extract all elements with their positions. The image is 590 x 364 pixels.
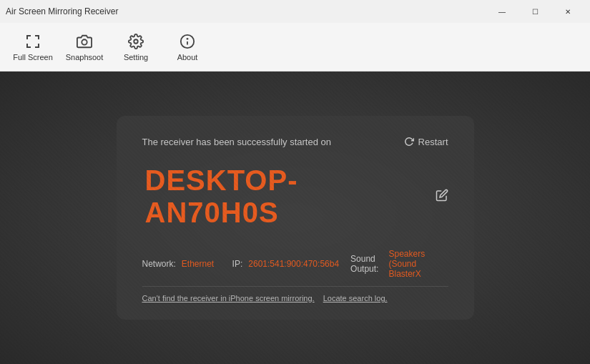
snapshot-label: Snaphsoot <box>66 53 104 62</box>
main-content: The receiver has been successfully start… <box>0 72 590 364</box>
camera-icon <box>76 33 93 50</box>
sound-label: Sound Output: <box>350 254 383 274</box>
window-title: Air Screen Mirroring Receiver <box>6 6 118 16</box>
gear-icon <box>127 33 144 50</box>
edit-icon[interactable] <box>436 189 448 205</box>
cant-find-link[interactable]: Can't find the receiver in iPhone screen… <box>142 294 315 302</box>
toolbar-item-fullscreen[interactable]: Full Screen <box>7 26 59 69</box>
network-value: Ethernet <box>182 259 214 269</box>
svg-point-0 <box>82 39 87 44</box>
maximize-button[interactable]: ☐ <box>518 0 551 23</box>
window-controls: — ☐ ✕ <box>486 0 584 23</box>
info-icon <box>179 33 196 50</box>
network-info-row: Network: Ethernet IP: 2601:541:900:470:5… <box>142 249 448 279</box>
minimize-button[interactable]: — <box>486 0 518 23</box>
toolbar-item-about[interactable]: About <box>162 26 213 69</box>
title-bar: Air Screen Mirroring Receiver — ☐ ✕ <box>0 0 590 23</box>
restart-icon <box>403 136 415 147</box>
status-text: The receiver has been successfully start… <box>142 137 331 147</box>
fullscreen-icon <box>24 33 41 50</box>
toolbar-item-snapshot[interactable]: Snaphsoot <box>59 26 110 69</box>
svg-point-1 <box>134 39 138 44</box>
card-header: The receiver has been successfully start… <box>142 136 448 147</box>
ip-value: 2601:541:900:470:56b4 <box>248 259 339 269</box>
fullscreen-label: Full Screen <box>13 53 53 62</box>
device-name-row: DESKTOP-AN70H0S <box>142 164 448 229</box>
network-label: Network: <box>142 259 176 269</box>
about-label: About <box>177 53 198 62</box>
toolbar-item-setting[interactable]: Setting <box>110 26 162 69</box>
toolbar: Full Screen Snaphsoot Setting <box>0 23 590 72</box>
device-name: DESKTOP-AN70H0S <box>145 164 427 229</box>
card-footer: Can't find the receiver in iPhone screen… <box>142 286 448 302</box>
status-card: The receiver has been successfully start… <box>117 116 474 320</box>
ip-label: IP: <box>232 259 243 269</box>
sound-value: Speakers (Sound BlasterX <box>389 249 448 279</box>
close-button[interactable]: ✕ <box>551 0 584 23</box>
setting-label: Setting <box>124 53 148 62</box>
restart-label: Restart <box>418 137 448 147</box>
locate-log-link[interactable]: Locate search log. <box>323 294 388 302</box>
restart-button[interactable]: Restart <box>403 136 448 147</box>
